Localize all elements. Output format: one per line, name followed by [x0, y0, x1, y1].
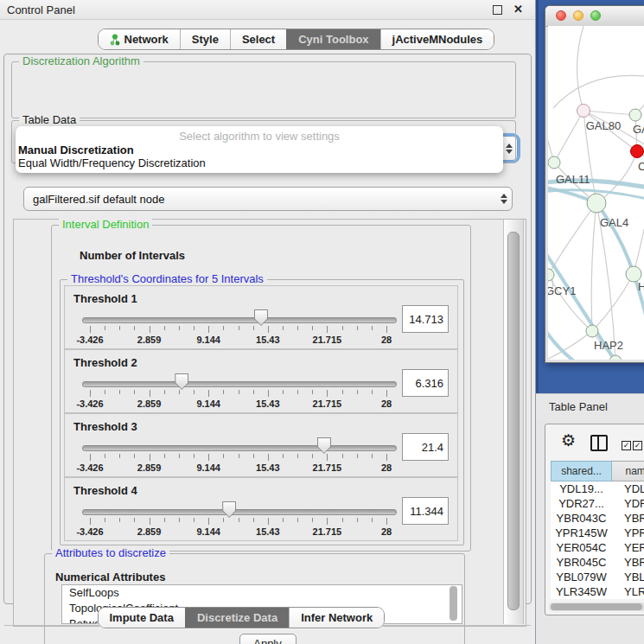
network-node[interactable] — [631, 145, 644, 158]
slider-track[interactable] — [82, 509, 397, 515]
slider-tick — [342, 390, 343, 394]
slider-tick-label: 9.144 — [196, 335, 220, 345]
dropdown-placeholder-item[interactable]: Select algorithm to view settings — [16, 130, 503, 143]
settings-scrollbar-track[interactable] — [503, 220, 524, 624]
table-data-combobox[interactable]: galFiltered.sif default node — [23, 187, 513, 211]
cell-shared-name: YDL19... — [551, 481, 612, 496]
control-panel-titlebar: Control Panel ✕ — [0, 0, 535, 20]
tab-cyni-toolbox[interactable]: Cyni Toolbox — [286, 29, 379, 49]
table-row[interactable]: YER054CYER0 — [551, 540, 644, 555]
table-row[interactable]: YLR345WYLR3 — [551, 584, 644, 599]
close-icon[interactable]: ✕ — [513, 3, 523, 16]
table-row[interactable]: YDL19...YDL1 — [551, 481, 644, 496]
cell-name: YDR2 — [612, 496, 644, 511]
network-node-label: C — [638, 160, 644, 173]
slider-thumb[interactable] — [222, 501, 236, 518]
network-edge — [548, 203, 596, 275]
attributes-list-scrollbar[interactable] — [450, 586, 457, 621]
threshold-box-3: Threshold 3-3.4262.8599.14415.4321.71528… — [64, 413, 458, 477]
network-node[interactable] — [548, 269, 554, 281]
table-row[interactable]: YPR145WYPR1 — [551, 526, 644, 540]
threshold-value-field[interactable]: 21.4 — [402, 433, 449, 461]
table-row[interactable]: YDR27...YDR2 — [551, 496, 644, 511]
tab-impute-data[interactable]: Impute Data — [99, 608, 185, 628]
slider-tick — [223, 390, 224, 394]
zoom-traffic-light-icon[interactable] — [590, 10, 601, 21]
slider-tick — [194, 454, 194, 458]
slider-tick — [119, 326, 120, 330]
gear-icon[interactable]: ⚙ — [561, 431, 576, 450]
tab-style[interactable]: Style — [180, 29, 230, 49]
control-panel-title: Control Panel — [7, 3, 75, 16]
checkbox-icon[interactable]: ✓ — [622, 441, 631, 450]
apply-button[interactable]: Apply — [239, 634, 296, 644]
tab-discretize-data[interactable]: Discretize Data — [185, 608, 289, 628]
network-edge-highlighted — [596, 203, 634, 274]
slider-tick-label: 28 — [381, 526, 392, 537]
table-row[interactable]: YBR043CYBR0 — [551, 511, 644, 526]
slider-tick — [164, 390, 165, 394]
dropdown-option-manual[interactable]: Manual Discretization — [16, 143, 503, 156]
network-window-titlebar[interactable] — [545, 6, 644, 27]
table-row[interactable]: YBR045CYBR0 — [551, 555, 644, 570]
float-window-icon[interactable] — [493, 5, 502, 15]
tab-jactivemnodules[interactable]: jActiveMNodules — [380, 29, 494, 49]
algorithm-group-title: Discretization Algorithm — [19, 55, 143, 67]
network-node[interactable] — [548, 156, 560, 169]
column-header-shared-[interactable]: shared... — [551, 461, 612, 481]
slider-thumb[interactable] — [254, 309, 268, 326]
slider-tick-label: 9.144 — [196, 462, 220, 473]
control-panel-window: Control Panel ✕ NetworkStyleSelectCyni T… — [0, 0, 536, 644]
slider-tick-label: 28 — [381, 335, 392, 345]
attribute-list-item[interactable]: SelfLoops — [62, 585, 462, 601]
network-canvas[interactable]: GAL80GACGAL11GAL4GCY1HHAP2 — [548, 26, 644, 360]
cell-name: YPR1 — [612, 526, 644, 540]
tab-select[interactable]: Select — [230, 29, 286, 49]
combo-stepper-icon — [496, 194, 512, 204]
slider-tick — [239, 518, 239, 522]
settings-scrollbar-thumb[interactable] — [507, 232, 520, 610]
slider-track[interactable] — [82, 317, 397, 323]
tab-label: Discretize Data — [197, 611, 277, 624]
cyni-toolbox-panel: Discretization Algorithm Select algorith… — [3, 54, 532, 604]
network-node-label: GAL4 — [600, 216, 628, 229]
slider-tick — [312, 454, 313, 458]
slider-tick — [194, 390, 194, 394]
threshold-label: Threshold 4 — [73, 484, 137, 497]
network-node-label: HAP2 — [594, 339, 623, 352]
threshold-value-field[interactable]: 6.316 — [402, 369, 449, 397]
dropdown-option-equal-width[interactable]: Equal Width/Frequency Discretization — [16, 156, 503, 169]
threshold-value-field[interactable]: 11.344 — [402, 497, 449, 525]
slider-tick — [297, 518, 298, 522]
slider-tick — [283, 454, 284, 458]
threshold-value-field[interactable]: 14.713 — [402, 305, 449, 333]
table-hscrollbar-thumb[interactable] — [551, 603, 642, 610]
slider-track[interactable] — [82, 445, 397, 451]
minimize-traffic-light-icon[interactable] — [573, 10, 583, 21]
slider-thumb[interactable] — [175, 373, 188, 390]
slider-tick — [105, 518, 105, 522]
network-node[interactable] — [577, 105, 590, 118]
cell-name: YDL1 — [612, 481, 644, 496]
table-hscrollbar-track[interactable] — [549, 603, 644, 611]
table-data-group-title: Table Data — [19, 114, 80, 126]
tab-network[interactable]: Network — [99, 29, 180, 49]
slider-tick — [386, 326, 387, 333]
slider-tick — [283, 390, 284, 394]
close-traffic-light-icon[interactable] — [556, 10, 566, 21]
slider-tick — [312, 518, 313, 522]
network-node[interactable] — [629, 109, 641, 121]
slider-tick — [253, 454, 254, 458]
checkbox-icon[interactable]: ✓ — [633, 441, 642, 450]
column-header-name[interactable]: name — [612, 461, 644, 481]
slider-tick-label: 2.859 — [137, 335, 162, 345]
split-columns-icon[interactable] — [590, 435, 608, 451]
table-row[interactable]: YBL079WYBL0 — [551, 570, 644, 584]
slider-track[interactable] — [82, 381, 397, 387]
slider-tick-label: 2.859 — [137, 526, 162, 537]
network-node[interactable] — [586, 325, 598, 337]
tab-infer-network[interactable]: Infer Network — [289, 608, 384, 628]
slider-tick-label: 15.43 — [256, 462, 280, 473]
slider-thumb[interactable] — [317, 437, 331, 454]
network-node[interactable] — [587, 194, 606, 213]
